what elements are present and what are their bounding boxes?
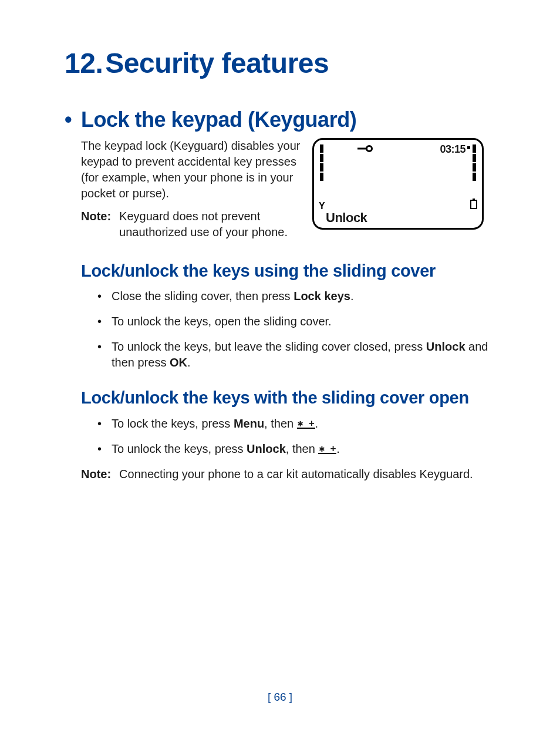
sliding-cover-steps: Close the sliding cover, then press Lock… bbox=[65, 288, 495, 371]
note-label: Note: bbox=[81, 209, 111, 240]
chapter-number: 12. bbox=[65, 48, 103, 79]
section-sliding-cover-heading: Lock/unlock the keys using the sliding c… bbox=[65, 260, 495, 281]
lock-key-icon bbox=[357, 144, 373, 154]
section-keyguard-title: Lock the keypad (Keyguard) bbox=[81, 107, 356, 132]
star-key-icon: ✱ + bbox=[297, 419, 315, 429]
phone-screen-figure: Y 03:15 Unlock bbox=[312, 138, 484, 230]
list-item: To unlock the keys, but leave the slidin… bbox=[97, 339, 495, 371]
note-body: Connecting your phone to a car kit autom… bbox=[119, 466, 495, 482]
antenna-icon: Y bbox=[319, 201, 325, 211]
star-key-icon: ✱ + bbox=[318, 445, 336, 454]
softkey-unlock-label: Unlock bbox=[326, 210, 367, 226]
section-bullet: • bbox=[65, 107, 81, 132]
car-kit-note: Note: Connecting your phone to a car kit… bbox=[65, 466, 495, 482]
list-item: To unlock the keys, open the sliding cov… bbox=[97, 314, 495, 329]
section-keyguard-heading: •Lock the keypad (Keyguard) bbox=[65, 107, 495, 132]
battery-icon bbox=[470, 199, 477, 211]
cover-open-steps: To lock the keys, press Menu, then ✱ +. … bbox=[65, 416, 495, 457]
note-label: Note: bbox=[81, 466, 111, 482]
clock-time: 03:15 bbox=[440, 143, 465, 156]
chapter-title: 12.Security features bbox=[65, 47, 495, 79]
list-item: To unlock the keys, press Unlock, then ✱… bbox=[97, 441, 495, 457]
keyguard-intro-text: The keypad lock (Keyguard) disables your… bbox=[65, 138, 305, 201]
section-cover-open-heading: Lock/unlock the keys with the sliding co… bbox=[65, 387, 495, 408]
svg-point-3 bbox=[367, 146, 372, 152]
note-body: Keyguard does not prevent unauthorized u… bbox=[119, 209, 305, 240]
battery-bars-icon bbox=[473, 144, 476, 181]
list-item: Close the sliding cover, then press Lock… bbox=[97, 288, 495, 304]
list-item: To lock the keys, press Menu, then ✱ +. bbox=[97, 416, 495, 432]
keyguard-note: Note: Keyguard does not prevent unauthor… bbox=[65, 209, 305, 240]
svg-rect-1 bbox=[471, 200, 477, 209]
chapter-title-text: Security features bbox=[105, 48, 329, 79]
page-number: [ 66 ] bbox=[0, 691, 560, 704]
clock-dot-icon bbox=[467, 146, 470, 149]
signal-bars-icon bbox=[320, 144, 323, 181]
